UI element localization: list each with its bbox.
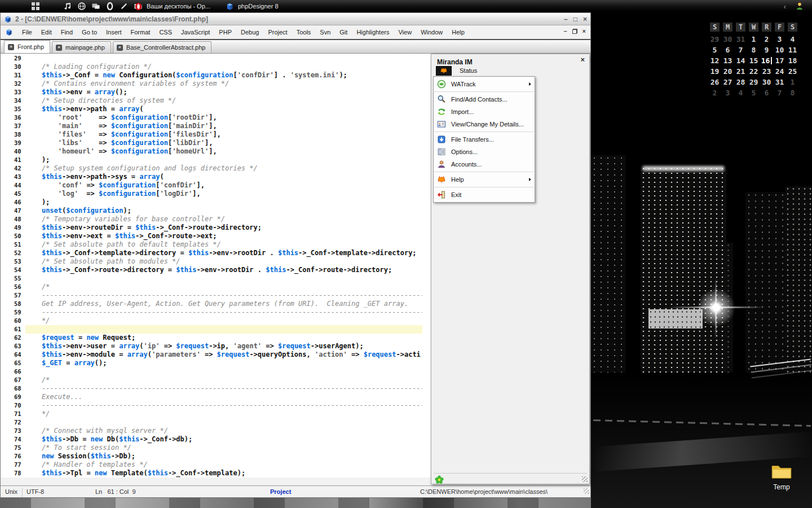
mdi-close-button[interactable]: ×	[582, 28, 586, 34]
pencil-icon[interactable]	[120, 2, 129, 11]
code-line-50[interactable]: 50 $this->env->ext = $this->_Conf->route…	[1, 232, 422, 240]
code-line-45[interactable]: 45 'log' => $configuration['logDir'],	[1, 190, 422, 198]
close-button[interactable]: ×	[583, 16, 587, 23]
code-line-77[interactable]: 77 /* Handler of templates */	[1, 461, 422, 469]
start-grid-icon[interactable]	[31, 2, 40, 11]
code-line-38[interactable]: 38 'files' => $configuration['filesDir']…	[1, 130, 422, 139]
menu-php[interactable]: PHP	[214, 27, 236, 38]
miranda-menu-options[interactable]: Options...	[434, 146, 535, 158]
user-icon[interactable]	[795, 2, 804, 11]
code-line-43[interactable]: 43 $this->env->path->sys = array(	[1, 173, 422, 181]
music-icon[interactable]	[63, 2, 72, 11]
maximize-button[interactable]: □	[573, 16, 577, 23]
code-line-72[interactable]: 72	[1, 418, 422, 427]
temp-folder-icon[interactable]: Temp	[761, 463, 802, 491]
code-line-37[interactable]: 37 'main' => $configuration['mainDir'],	[1, 122, 422, 130]
code-line-35[interactable]: 35 $this->env->path = array(	[1, 105, 422, 113]
minimize-button[interactable]: –	[564, 16, 568, 23]
code-line-32[interactable]: 32 /* Contains environment variables of …	[1, 80, 422, 88]
code-line-36[interactable]: 36 'root' => $configuration['rootDir'],	[1, 113, 422, 122]
code-line-75[interactable]: 75 /* To start session */	[1, 444, 422, 452]
code-line-65[interactable]: 65 $_GET = array();	[1, 359, 422, 367]
chevron-left-icon[interactable]: ‹	[784, 2, 786, 11]
miranda-menu-find-add-contacts[interactable]: Find/Add Contacts...	[434, 93, 535, 106]
taskbar-button--op-[interactable]: Ваши десктопы - Op...	[131, 0, 214, 12]
code-line-61[interactable]: 61	[1, 325, 422, 334]
code-line-29[interactable]: 29	[1, 54, 422, 63]
code-line-74[interactable]: 74 $this->Db = new Db($this->_Conf->db);	[1, 435, 422, 444]
code-line-44[interactable]: 44 'conf' => $configuration['confDir'],	[1, 181, 422, 190]
code-line-69[interactable]: 69 Execute...	[1, 393, 422, 401]
code-line-31[interactable]: 31 $this->_Conf = new Configuration($con…	[1, 71, 422, 80]
code-line-52[interactable]: 52 $this->_Conf->template->directory = $…	[1, 249, 422, 257]
code-line-46[interactable]: 46 );	[1, 198, 422, 207]
code-line-40[interactable]: 40 'homeurl' => $configuration['homeUrl'…	[1, 147, 422, 156]
code-line-64[interactable]: 64 $this->env->module = array('parameter…	[1, 351, 422, 359]
miranda-menu-accounts[interactable]: Accounts...	[434, 158, 535, 170]
menu-file[interactable]: File	[17, 27, 37, 38]
menu-project[interactable]: Project	[263, 27, 292, 38]
code-line-33[interactable]: 33 $this->env = array();	[1, 88, 422, 97]
tab-mainpage.php[interactable]: ×mainpage.php	[52, 41, 111, 53]
menu-go-to[interactable]: Go to	[77, 27, 102, 38]
code-line-41[interactable]: 41 );	[1, 156, 422, 164]
menu-debug[interactable]: Debug	[236, 27, 263, 38]
code-line-55[interactable]: 55	[1, 274, 422, 283]
code-line-73[interactable]: 73 /* Connect with mysql server */	[1, 427, 422, 435]
window-titlebar[interactable]: 2 - [C:\DENWER\home\project\www\main\cla…	[1, 13, 590, 25]
code-line-60[interactable]: 60 */	[1, 317, 422, 325]
menu-view[interactable]: View	[394, 27, 416, 38]
mdi-minimize-button[interactable]: –	[563, 28, 567, 34]
tab-front.php[interactable]: ×Front.php	[4, 40, 50, 53]
tab-close-icon[interactable]: ×	[117, 45, 123, 51]
menu-git[interactable]: Git	[335, 27, 352, 38]
taskbar-button-phpdesigner-8[interactable]: phpDesigner 8	[222, 0, 282, 12]
displays-icon[interactable]	[91, 2, 100, 11]
resize-grip[interactable]	[584, 488, 589, 494]
tab-close-icon[interactable]: ×	[56, 45, 62, 51]
menu-format[interactable]: Format	[126, 27, 155, 38]
globe-icon[interactable]	[77, 2, 86, 11]
code-line-53[interactable]: 53 /* Set absolute path to modules */	[1, 257, 422, 266]
code-line-39[interactable]: 39 'libs' => $configuration['libDir'],	[1, 139, 422, 147]
code-line-68[interactable]: 68 -------------------------------------…	[1, 384, 422, 393]
code-line-63[interactable]: 63 $this->env->user = array('ip' => $req…	[1, 342, 422, 351]
miranda-resize-grip[interactable]	[582, 476, 588, 482]
menu-css[interactable]: CSS	[155, 27, 176, 38]
menu-window[interactable]: Window	[416, 27, 447, 38]
code-line-54[interactable]: 54 $this->_Conf->route->directory = $thi…	[1, 266, 422, 274]
miranda-menu-file-transfers[interactable]: File Transfers...	[434, 133, 535, 146]
opera-zero-icon[interactable]	[105, 2, 114, 11]
miranda-menu-view-change-my-details[interactable]: View/Change My Details...	[434, 118, 535, 130]
miranda-menu-help[interactable]: Help	[434, 173, 535, 186]
menu-highlighters[interactable]: Highlighters	[352, 27, 394, 38]
code-line-58[interactable]: 58 Get IP address, User-Agent, Action. G…	[1, 300, 422, 308]
menu-help[interactable]: Help	[447, 27, 469, 38]
code-line-57[interactable]: 57 -------------------------------------…	[1, 291, 422, 300]
menu-find[interactable]: Find	[56, 27, 77, 38]
code-line-49[interactable]: 49 $this->env->routeDir = $this->_Conf->…	[1, 224, 422, 232]
miranda-menu-exit[interactable]: Exit	[434, 189, 535, 201]
menu-edit[interactable]: Edit	[37, 27, 56, 38]
code-line-59[interactable]: 59 -------------------------------------…	[1, 308, 422, 317]
menu-javascript[interactable]: JavaScript	[176, 27, 214, 38]
code-line-48[interactable]: 48 /* Tempotary variables for base contr…	[1, 215, 422, 224]
code-line-67[interactable]: 67 /*	[1, 376, 422, 384]
code-line-51[interactable]: 51 /* Set absolute path to default templ…	[1, 240, 422, 249]
tab-close-icon[interactable]: ×	[8, 44, 14, 50]
code-line-76[interactable]: 76 new Session($this->Db);	[1, 452, 422, 461]
miranda-menu-watrack[interactable]: WATrack	[434, 78, 535, 90]
menu-insert[interactable]: Insert	[102, 27, 126, 38]
code-line-70[interactable]: 70 -------------------------------------…	[1, 401, 422, 410]
miranda-titlebar[interactable]: Miranda IM ×	[431, 54, 589, 65]
code-line-34[interactable]: 34 /* Setup directories of system */	[1, 97, 422, 105]
code-line-56[interactable]: 56 /*	[1, 283, 422, 291]
flower-status-icon[interactable]	[435, 475, 444, 484]
code-line-30[interactable]: 30 /* Loading configuration */	[1, 63, 422, 71]
miranda-flame-icon[interactable]	[436, 66, 452, 76]
miranda-menu-import[interactable]: Import...	[434, 106, 535, 118]
code-line-62[interactable]: 62 $request = new Request;	[1, 334, 422, 342]
code-line-47[interactable]: 47 unset($configuration);	[1, 207, 422, 215]
menu-tools[interactable]: Tools	[292, 27, 316, 38]
code-line-66[interactable]: 66	[1, 367, 422, 376]
